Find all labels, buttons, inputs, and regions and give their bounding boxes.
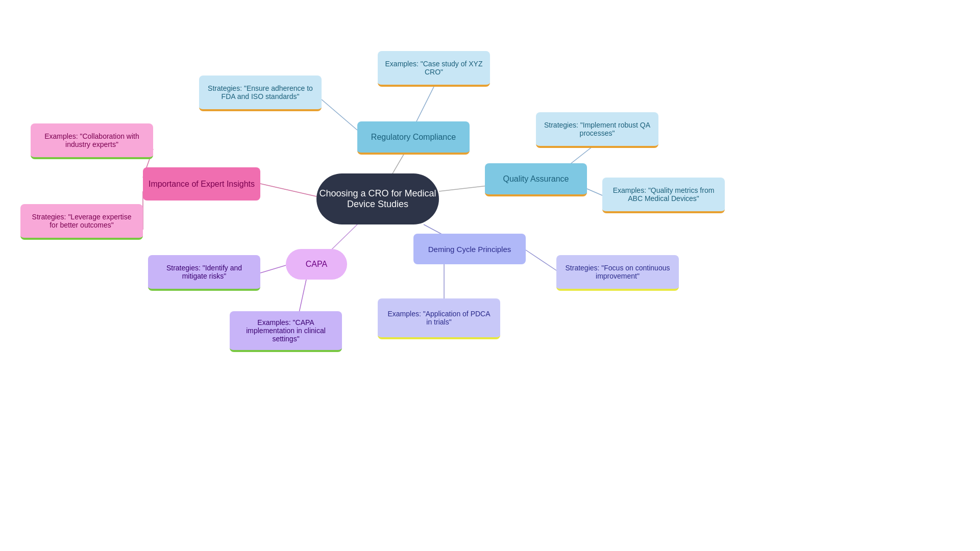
center-label: Choosing a CRO for Medical Device Studie… [316,188,439,210]
expert-label: Importance of Expert Insights [149,180,255,189]
expert-node[interactable]: Importance of Expert Insights [143,167,260,201]
regulatory-node[interactable]: Regulatory Compliance [357,121,470,155]
reg-examples-node[interactable]: Examples: "Case study of XYZ CRO" [378,51,490,87]
capa-strategies-node[interactable]: Strategies: "Identify and mitigate risks… [148,255,260,291]
qa-strategies-node[interactable]: Strategies: "Implement robust QA process… [536,112,658,148]
deming-strategies-label: Strategies: "Focus on continuous improve… [564,264,672,280]
capa-node[interactable]: CAPA [286,249,347,280]
reg-strategies-node[interactable]: Strategies: "Ensure adherence to FDA and… [199,76,322,111]
center-node: Choosing a CRO for Medical Device Studie… [316,173,439,224]
capa-label: CAPA [306,260,327,269]
qa-strategies-label: Strategies: "Implement robust QA process… [543,121,651,137]
svg-line-8 [587,189,602,195]
qa-examples-label: Examples: "Quality metrics from ABC Medi… [609,186,718,203]
expert-examples-label: Examples: "Collaboration with industry e… [38,132,146,148]
quality-node[interactable]: Quality Assurance [485,163,587,196]
deming-strategies-node[interactable]: Strategies: "Focus on continuous improve… [556,255,679,291]
svg-line-13 [526,250,556,270]
capa-examples-node[interactable]: Examples: "CAPA implementation in clinic… [230,311,342,352]
capa-strategies-label: Strategies: "Identify and mitigate risks… [155,264,253,280]
qa-examples-node[interactable]: Examples: "Quality metrics from ABC Medi… [602,178,725,213]
capa-examples-label: Examples: "CAPA implementation in clinic… [237,318,335,343]
svg-line-5 [322,99,357,130]
reg-strategies-label: Strategies: "Ensure adherence to FDA and… [206,84,314,101]
deming-label: Deming Cycle Principles [428,245,511,254]
regulatory-label: Regulatory Compliance [371,133,456,142]
expert-strategies-node[interactable]: Strategies: "Leverage expertise for bett… [20,204,143,240]
svg-line-2 [260,184,316,196]
expert-strategies-label: Strategies: "Leverage expertise for bett… [28,213,136,229]
deming-examples-node[interactable]: Examples: "Application of PDCA in trials… [378,298,500,339]
quality-label: Quality Assurance [503,174,569,184]
deming-node[interactable]: Deming Cycle Principles [413,234,526,264]
reg-examples-label: Examples: "Case study of XYZ CRO" [385,60,483,76]
deming-examples-label: Examples: "Application of PDCA in trials… [385,310,493,326]
expert-examples-node[interactable]: Examples: "Collaboration with industry e… [31,123,153,159]
svg-line-11 [260,265,286,273]
